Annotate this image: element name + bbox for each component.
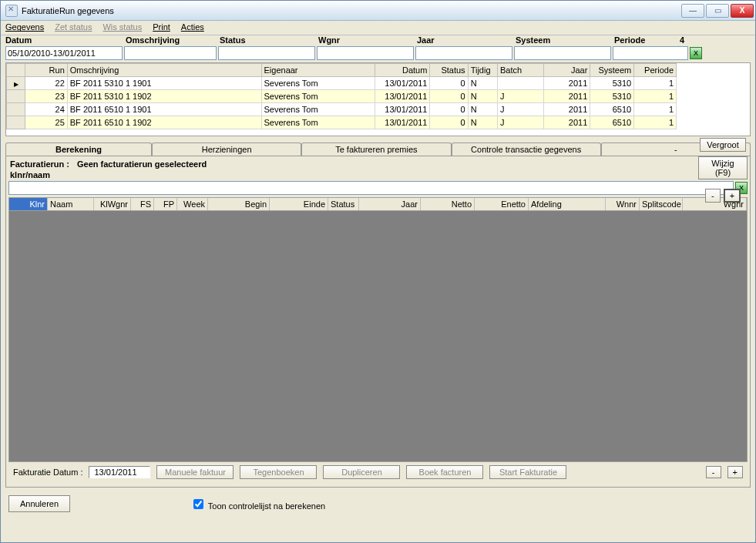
remove-button[interactable]: - [705,189,721,203]
label-systeem: Systeem [516,35,614,46]
label-periode-val: 4 [676,35,751,46]
toon-controlelijst-text: Toon controlelijst na berekenen [208,501,325,511]
filter-status[interactable] [218,46,315,60]
col-wnnr[interactable]: Wnnr [606,198,640,210]
detail-add-button[interactable]: + [727,466,743,478]
klnr-row: klnr/naam 0 [8,170,748,181]
menu-acties[interactable]: Acties [181,22,204,32]
menu-gegevens[interactable]: Gegevens [5,22,44,32]
filter-jaar[interactable] [415,46,512,60]
toon-controlelijst-checkbox[interactable] [193,499,203,509]
fakt-datum-label: Fakturatie Datum : [13,468,82,477]
dupliceren-button[interactable]: Dupliceren [323,465,400,479]
col-splits[interactable]: Splitscode [640,198,683,210]
facturatierun-msg: Geen facturatierun geselecteerd [77,159,207,169]
tab-berekening[interactable]: Berekening [5,142,152,156]
filter-datum[interactable] [5,46,123,60]
filter-labels: Datum Omschrijving Status Wgnr Jaar Syst… [1,35,755,46]
menu-wis-status: Wis status [102,22,142,32]
label-omschrijving: Omschrijving [126,35,220,46]
tab-herzieningen[interactable]: Herzieningen [152,142,301,156]
filter-systeem[interactable] [514,46,611,60]
label-periode: Periode [614,35,676,46]
table-row[interactable]: 25BF 2011 6510 1 1902Severens Tom13/01/2… [7,116,677,129]
menu-print[interactable]: Print [153,22,170,32]
menu-zet-status: Zet status [55,22,92,32]
facturatierun-info: Facturatierun : Geen facturatierun gesel… [8,158,748,170]
col-einde[interactable]: Einde [270,198,328,210]
table-row[interactable]: 22BF 2011 5310 1 1901Severens Tom13/01/2… [7,77,677,90]
detail-body[interactable] [8,211,748,462]
col-begin[interactable]: Begin [208,198,270,210]
col-fp[interactable]: FP [154,198,177,210]
filter-periode[interactable] [613,46,688,60]
col-week[interactable]: Week [177,198,208,210]
tabs: Berekening Herzieningen Te faktureren pr… [5,142,751,156]
detail-filter-row [8,181,748,197]
runs-table: RunOmschrijvingEigenaarDatumStatusTijdig… [6,63,677,129]
klnr-label: klnr/naam [10,170,50,179]
tegenboeken-button[interactable]: Tegenboeken [240,465,317,479]
start-fakturatie-button[interactable]: Start Fakturatie [489,465,566,479]
detail-filter-input[interactable] [8,181,734,195]
col-naam[interactable]: Naam [48,198,94,210]
filter-omschrijving[interactable] [124,46,217,60]
annuleren-button[interactable]: Annuleren [8,495,70,512]
label-status: Status [220,35,318,46]
tab-controle[interactable]: Controle transactie gegevens [452,142,601,156]
export-excel-icon[interactable] [690,47,702,59]
titlebar: FakturatieRun gegevens — ▭ X [1,1,755,21]
col-afdeling[interactable]: Afdeling [529,198,606,210]
runs-table-wrap[interactable]: RunOmschrijvingEigenaarDatumStatusTijdig… [5,62,751,136]
content-area: RunOmschrijvingEigenaarDatumStatusTijdig… [1,62,755,542]
col-status[interactable]: Status [328,198,359,210]
filter-row [1,46,755,62]
footer-row: Annuleren Toon controlelijst na berekene… [1,492,755,518]
fakt-datum-value[interactable]: 13/01/2011 [89,466,150,478]
maximize-button[interactable]: ▭ [706,4,729,18]
col-jaar[interactable]: Jaar [359,198,421,210]
menubar: Gegevens Zet status Wis status Print Act… [1,21,755,35]
window-buttons: — ▭ X [681,4,754,18]
table-row[interactable]: 24BF 2011 6510 1 1901Severens Tom13/01/2… [7,103,677,116]
col-klwgnr[interactable]: KlWgnr [94,198,131,210]
manuele-faktuur-button[interactable]: Manuele faktuur [156,465,234,479]
app-window: FakturatieRun gegevens — ▭ X Gegevens Ze… [0,0,756,543]
tab-premies[interactable]: Te faktureren premies [301,142,451,156]
label-jaar: Jaar [417,35,516,46]
side-buttons: Vergroot Wijzig (F9) - + [698,138,748,203]
app-icon [5,5,18,17]
table-row[interactable]: 23BF 2011 5310 1 1902Severens Tom13/01/2… [7,90,677,103]
bottom-bar: Fakturatie Datum : 13/01/2011 Manuele fa… [8,462,748,482]
filter-wgnr[interactable] [317,46,414,60]
toon-controlelijst-label[interactable]: Toon controlelijst na berekenen [190,497,325,511]
label-wgnr: Wgnr [318,35,417,46]
wijzig-button[interactable]: Wijzig (F9) [698,156,748,179]
close-button[interactable]: X [731,4,754,18]
minimize-button[interactable]: — [681,4,704,18]
col-klnr[interactable]: Klnr [9,198,48,210]
detail-remove-button[interactable]: - [706,466,721,478]
facturatierun-label: Facturatierun : [10,159,69,169]
boek-facturen-button[interactable]: Boek facturen [406,465,483,479]
detail-header: Klnr Naam KlWgnr FS FP Week Begin Einde … [8,197,748,211]
tab-panel: Facturatierun : Geen facturatierun gesel… [5,156,751,488]
add-button[interactable]: + [724,189,741,203]
vergroot-button[interactable]: Vergroot [700,138,746,152]
col-netto[interactable]: Netto [421,198,475,210]
col-fs[interactable]: FS [131,198,154,210]
label-datum: Datum [5,35,126,46]
window-title: FakturatieRun gegevens [22,6,681,15]
col-enetto[interactable]: Enetto [475,198,529,210]
